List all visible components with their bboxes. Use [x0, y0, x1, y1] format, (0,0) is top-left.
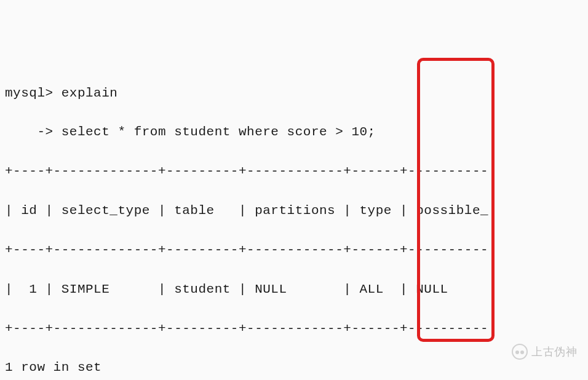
- watermark-text: 上古伪神: [531, 344, 577, 360]
- watermark: 上古伪神: [512, 344, 577, 360]
- table-border: +----+-------------+---------+----------…: [5, 162, 588, 181]
- prompt-line: mysql> explain: [5, 84, 588, 103]
- table-row: | 1 | SIMPLE | student | NULL | ALL | NU…: [5, 280, 588, 299]
- prompt-line: -> select * from student where score > 1…: [5, 122, 588, 142]
- wechat-icon: [512, 344, 528, 360]
- table-border: +----+-------------+---------+----------…: [5, 240, 588, 260]
- result-footer: 1 row in set: [5, 358, 588, 378]
- table-header: | id | select_type | table | partitions …: [5, 201, 588, 221]
- table-border: +----+-------------+---------+----------…: [5, 319, 588, 339]
